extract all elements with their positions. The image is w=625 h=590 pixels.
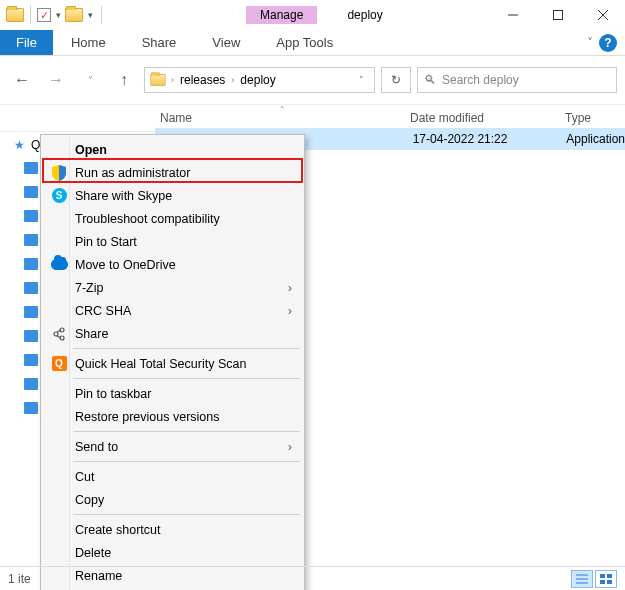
menu-pin-taskbar[interactable]: Pin to taskbar	[43, 382, 302, 405]
window-title: deploy	[347, 8, 382, 22]
menu-separator	[73, 348, 300, 349]
sort-indicator-icon: ˄	[280, 105, 285, 115]
search-input[interactable]: 🔍︎ Search deploy	[417, 67, 617, 93]
separator	[101, 6, 102, 24]
column-name[interactable]: Name	[160, 111, 410, 125]
sidebar-item[interactable]	[24, 282, 38, 294]
search-icon: 🔍︎	[424, 73, 436, 87]
menu-label: Move to OneDrive	[75, 258, 176, 272]
maximize-button[interactable]	[535, 0, 580, 30]
manage-tab-header[interactable]: Manage	[246, 6, 317, 24]
shield-icon	[50, 164, 68, 182]
chevron-right-icon: ›	[288, 303, 292, 318]
back-button[interactable]: ←	[8, 66, 36, 94]
chevron-right-icon[interactable]: ›	[171, 75, 174, 85]
cloud-icon	[50, 256, 68, 274]
menu-pin-start[interactable]: Pin to Start	[43, 230, 302, 253]
svg-point-6	[60, 336, 64, 340]
context-menu: Open Run as administrator S Share with S…	[40, 134, 305, 590]
svg-rect-1	[553, 11, 562, 20]
expand-ribbon-icon[interactable]: ˅	[587, 36, 593, 50]
sidebar-item[interactable]	[24, 378, 38, 390]
view-tab[interactable]: View	[194, 30, 258, 55]
menu-copy[interactable]: Copy	[43, 488, 302, 511]
breadcrumb[interactable]: releases	[178, 73, 227, 87]
menu-label: Share with Skype	[75, 189, 172, 203]
menu-open[interactable]: Open	[43, 138, 302, 161]
help-icon[interactable]: ?	[599, 34, 617, 52]
recent-dropdown-icon[interactable]: ˅	[76, 66, 104, 94]
column-date[interactable]: Date modified	[410, 111, 565, 125]
qat-checkbox[interactable]: ✓	[37, 8, 51, 22]
file-date: 17-04-2022 21:22	[413, 132, 567, 146]
sidebar-item[interactable]	[24, 402, 38, 414]
menu-restore-versions[interactable]: Restore previous versions	[43, 405, 302, 428]
address-bar[interactable]: › releases › deploy ˅	[144, 67, 375, 93]
folder-icon[interactable]	[65, 8, 83, 22]
home-tab[interactable]: Home	[53, 30, 124, 55]
status-bar: 1 ite	[0, 566, 625, 590]
menu-cut[interactable]: Cut	[43, 465, 302, 488]
details-view-button[interactable]	[571, 570, 593, 588]
search-placeholder: Search deploy	[442, 73, 519, 87]
svg-rect-13	[607, 580, 612, 584]
forward-button: →	[42, 66, 70, 94]
menu-share-skype[interactable]: S Share with Skype	[43, 184, 302, 207]
qat-dropdown-icon[interactable]: ▾	[53, 10, 63, 20]
menu-quick-heal[interactable]: Q Quick Heal Total Security Scan	[43, 352, 302, 375]
menu-separator	[73, 461, 300, 462]
menu-move-onedrive[interactable]: Move to OneDrive	[43, 253, 302, 276]
sidebar-item[interactable]	[24, 210, 38, 222]
address-dropdown-icon[interactable]: ˅	[353, 75, 370, 85]
menu-separator	[73, 378, 300, 379]
breadcrumb[interactable]: deploy	[238, 73, 277, 87]
menu-label: Run as administrator	[75, 166, 190, 180]
column-type[interactable]: Type	[565, 111, 625, 125]
menu-share[interactable]: Share	[43, 322, 302, 345]
qat-dropdown-icon[interactable]: ▾	[85, 10, 95, 20]
sidebar-item[interactable]	[24, 354, 38, 366]
menu-troubleshoot[interactable]: Troubleshoot compatibility	[43, 207, 302, 230]
title-bar: ✓ ▾ ▾ Manage deploy	[0, 0, 625, 30]
svg-point-5	[54, 332, 58, 336]
navigation-row: ← → ˅ ↑ › releases › deploy ˅ ↻ 🔍︎ Searc…	[0, 62, 625, 98]
sidebar-item[interactable]	[24, 306, 38, 318]
window-controls	[490, 0, 625, 30]
sidebar-item[interactable]	[24, 162, 38, 174]
refresh-button[interactable]: ↻	[381, 67, 411, 93]
svg-point-4	[60, 328, 64, 332]
file-tab[interactable]: File	[0, 30, 53, 55]
menu-run-as-administrator[interactable]: Run as administrator	[43, 161, 302, 184]
menu-label: CRC SHA	[75, 304, 131, 318]
menu-crc-sha[interactable]: CRC SHA ›	[43, 299, 302, 322]
menu-create-shortcut[interactable]: Create shortcut	[43, 518, 302, 541]
up-button[interactable]: ↑	[110, 66, 138, 94]
minimize-button[interactable]	[490, 0, 535, 30]
menu-separator	[73, 431, 300, 432]
sidebar-item[interactable]	[24, 186, 38, 198]
icons-view-button[interactable]	[595, 570, 617, 588]
menu-separator	[73, 514, 300, 515]
chevron-right-icon[interactable]: ›	[231, 75, 234, 85]
quick-access-toolbar: ✓ ▾ ▾	[0, 6, 106, 24]
share-tab[interactable]: Share	[124, 30, 195, 55]
menu-delete[interactable]: Delete	[43, 541, 302, 564]
contextual-tab: Manage	[246, 6, 317, 24]
chevron-right-icon: ›	[288, 439, 292, 454]
close-button[interactable]	[580, 0, 625, 30]
sidebar-item[interactable]	[24, 258, 38, 270]
svg-rect-12	[600, 580, 605, 584]
folder-icon[interactable]	[6, 8, 24, 22]
svg-rect-10	[600, 574, 605, 578]
sidebar-item[interactable]	[24, 330, 38, 342]
sidebar-item[interactable]	[24, 234, 38, 246]
chevron-right-icon: ›	[288, 280, 292, 295]
menu-label: 7-Zip	[75, 281, 103, 295]
star-icon: ★	[14, 138, 25, 152]
folder-icon	[150, 74, 165, 86]
menu-label: Share	[75, 327, 108, 341]
skype-icon: S	[50, 187, 68, 205]
menu-send-to[interactable]: Send to ›	[43, 435, 302, 458]
menu-7zip[interactable]: 7-Zip ›	[43, 276, 302, 299]
app-tools-tab[interactable]: App Tools	[258, 30, 351, 55]
